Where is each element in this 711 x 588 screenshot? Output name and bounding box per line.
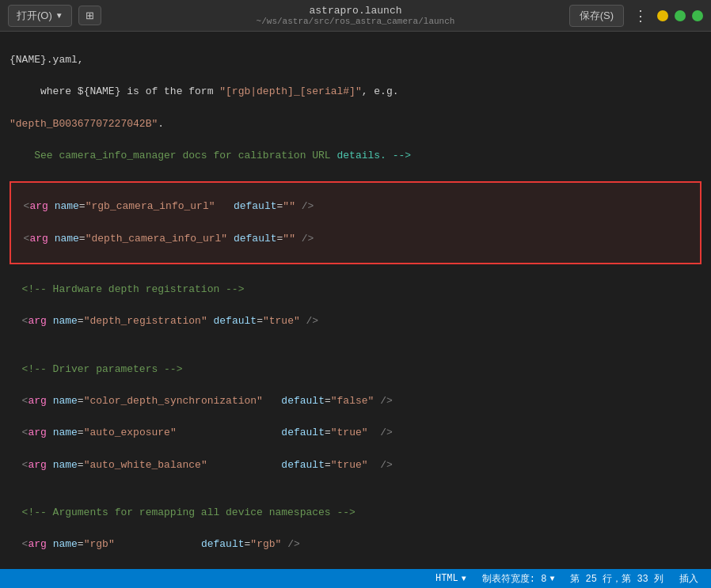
code-line-arg1: <arg name="rgb_camera_info_url" default=… <box>11 199 700 214</box>
code-line: <arg name="auto_exposure" default="true"… <box>10 425 701 441</box>
traffic-light-green1 <box>675 10 686 21</box>
dropdown-icon: ▼ <box>462 575 466 583</box>
open-button[interactable]: 打开(O) ▼ <box>8 5 72 27</box>
tab-width-label: 制表符宽度: 8 <box>482 572 547 586</box>
titlebar-center: astrapro.launch ~/ws/astra/src/ros_astra… <box>257 5 455 26</box>
file-name: astrapro.launch <box>309 5 401 17</box>
dropdown-icon: ▼ <box>55 11 63 20</box>
code-line: See camera_info_manager docs for calibra… <box>10 148 701 164</box>
code-line: <arg name="rgb" default="rgb" /> <box>10 537 701 552</box>
code-line: "depth_B00367707227042B". <box>10 116 701 132</box>
save-button-label: 保存(S) <box>580 9 614 21</box>
new-file-button[interactable]: ⊞ <box>78 6 101 25</box>
statusbar: HTML ▼ 制表符宽度: 8 ▼ 第 25 行，第 33 列 插入 <box>0 569 711 588</box>
code-line-arg2: <arg name="depth_camera_info_url" defaul… <box>11 231 700 247</box>
new-file-icon: ⊞ <box>86 9 94 21</box>
code-line: <arg name="depth_registration" default="… <box>10 313 701 329</box>
cursor-position: 第 25 行，第 33 列 <box>570 572 663 586</box>
mode-label: 插入 <box>679 572 698 586</box>
titlebar-left: 打开(O) ▼ ⊞ <box>8 5 101 27</box>
open-button-label: 打开(O) <box>17 9 52 23</box>
highlighted-block: <arg name="rgb_camera_info_url" default=… <box>10 181 701 264</box>
code-line: {NAME}.yaml, <box>10 52 701 68</box>
code-line: <!-- Driver parameters --> <box>10 362 701 377</box>
titlebar-right: 保存(S) ⋮ <box>569 5 703 27</box>
more-icon: ⋮ <box>633 8 648 24</box>
edit-mode: 插入 <box>679 572 698 586</box>
file-format-label: HTML <box>435 573 458 584</box>
code-line: <arg name="color_depth_synchronization" … <box>10 393 701 409</box>
code-line: <!-- Arguments for remapping all device … <box>10 505 701 521</box>
code-editor[interactable]: {NAME}.yaml, where ${NAME} is of the for… <box>0 32 711 569</box>
dropdown-icon: ▼ <box>549 575 554 583</box>
titlebar: 打开(O) ▼ ⊞ astrapro.launch ~/ws/astra/src… <box>0 0 711 32</box>
traffic-light-green2 <box>692 10 703 21</box>
file-format[interactable]: HTML ▼ <box>435 573 466 584</box>
code-line: where ${NAME} is of the form "[rgb|depth… <box>10 84 701 100</box>
file-path: ~/ws/astra/src/ros_astra_camera/launch <box>257 17 455 26</box>
more-button[interactable]: ⋮ <box>630 7 651 25</box>
code-line: <!-- Hardware depth registration --> <box>10 282 701 298</box>
traffic-light-yellow <box>657 10 668 21</box>
save-button[interactable]: 保存(S) <box>569 5 624 27</box>
tab-width[interactable]: 制表符宽度: 8 ▼ <box>482 572 555 586</box>
position-label: 第 25 行，第 33 列 <box>570 572 663 586</box>
code-line: <arg name="auto_white_balance" default="… <box>10 457 701 473</box>
traffic-lights <box>657 10 703 21</box>
